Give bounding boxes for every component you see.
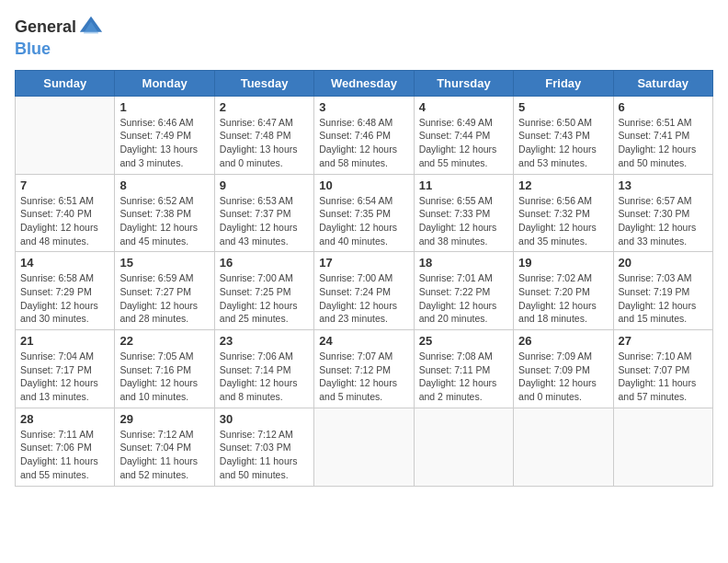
day-number: 20 xyxy=(619,256,708,270)
day-number: 12 xyxy=(518,178,608,192)
logo-blue-text: Blue xyxy=(15,40,51,59)
day-number: 15 xyxy=(119,256,209,270)
day-info: Sunrise: 7:00 AMSunset: 7:24 PMDaylight:… xyxy=(319,271,408,326)
calendar-cell xyxy=(613,408,712,486)
calendar-cell: 12Sunrise: 6:56 AMSunset: 7:32 PMDayligh… xyxy=(514,174,613,252)
day-info: Sunrise: 7:06 AMSunset: 7:14 PMDaylight:… xyxy=(220,350,309,404)
calendar-cell: 19Sunrise: 7:02 AMSunset: 7:20 PMDayligh… xyxy=(514,252,613,330)
day-number: 8 xyxy=(119,178,209,192)
day-info: Sunrise: 6:58 AMSunset: 7:29 PMDaylight:… xyxy=(20,271,109,326)
day-number: 9 xyxy=(220,178,309,192)
calendar-cell: 14Sunrise: 6:58 AMSunset: 7:29 PMDayligh… xyxy=(16,252,115,330)
calendar-cell xyxy=(314,408,414,486)
calendar-cell: 8Sunrise: 6:52 AMSunset: 7:38 PMDaylight… xyxy=(115,174,214,252)
day-info: Sunrise: 7:04 AMSunset: 7:17 PMDaylight:… xyxy=(20,350,109,404)
day-number: 10 xyxy=(319,178,408,192)
weekday-header-thursday: Thursday xyxy=(414,70,513,96)
calendar-cell: 27Sunrise: 7:10 AMSunset: 7:07 PMDayligh… xyxy=(613,330,712,408)
day-number: 5 xyxy=(518,100,608,114)
day-info: Sunrise: 6:57 AMSunset: 7:30 PMDaylight:… xyxy=(619,194,708,248)
calendar-cell xyxy=(16,96,115,174)
day-number: 21 xyxy=(20,334,109,348)
day-info: Sunrise: 6:46 AMSunset: 7:49 PMDaylight:… xyxy=(119,116,209,170)
day-info: Sunrise: 6:50 AMSunset: 7:43 PMDaylight:… xyxy=(518,116,608,170)
day-number: 22 xyxy=(119,334,209,348)
day-info: Sunrise: 7:12 AMSunset: 7:03 PMDaylight:… xyxy=(220,428,309,482)
day-info: Sunrise: 6:49 AMSunset: 7:44 PMDaylight:… xyxy=(419,116,508,170)
day-info: Sunrise: 6:54 AMSunset: 7:35 PMDaylight:… xyxy=(319,194,408,248)
day-info: Sunrise: 6:47 AMSunset: 7:48 PMDaylight:… xyxy=(220,116,309,170)
day-info: Sunrise: 6:53 AMSunset: 7:37 PMDaylight:… xyxy=(220,194,309,248)
calendar-cell: 11Sunrise: 6:55 AMSunset: 7:33 PMDayligh… xyxy=(414,174,513,252)
calendar-cell: 18Sunrise: 7:01 AMSunset: 7:22 PMDayligh… xyxy=(414,252,513,330)
calendar-cell: 17Sunrise: 7:00 AMSunset: 7:24 PMDayligh… xyxy=(314,252,414,330)
day-info: Sunrise: 7:08 AMSunset: 7:11 PMDaylight:… xyxy=(419,350,508,404)
day-info: Sunrise: 7:10 AMSunset: 7:07 PMDaylight:… xyxy=(619,350,708,404)
day-number: 2 xyxy=(220,100,309,114)
calendar-week-1: 1Sunrise: 6:46 AMSunset: 7:49 PMDaylight… xyxy=(16,96,713,174)
calendar-cell: 16Sunrise: 7:00 AMSunset: 7:25 PMDayligh… xyxy=(214,252,313,330)
weekday-header-wednesday: Wednesday xyxy=(314,70,414,96)
calendar-cell: 28Sunrise: 7:11 AMSunset: 7:06 PMDayligh… xyxy=(16,408,115,486)
day-number: 30 xyxy=(220,412,309,426)
calendar-cell: 6Sunrise: 6:51 AMSunset: 7:41 PMDaylight… xyxy=(613,96,712,174)
day-number: 29 xyxy=(119,412,209,426)
day-info: Sunrise: 6:48 AMSunset: 7:46 PMDaylight:… xyxy=(319,116,408,170)
day-info: Sunrise: 6:55 AMSunset: 7:33 PMDaylight:… xyxy=(419,194,508,248)
calendar-cell: 26Sunrise: 7:09 AMSunset: 7:09 PMDayligh… xyxy=(514,330,613,408)
day-info: Sunrise: 7:03 AMSunset: 7:19 PMDaylight:… xyxy=(619,271,708,326)
day-info: Sunrise: 7:12 AMSunset: 7:04 PMDaylight:… xyxy=(119,428,209,482)
day-info: Sunrise: 6:56 AMSunset: 7:32 PMDaylight:… xyxy=(518,194,608,248)
day-info: Sunrise: 7:01 AMSunset: 7:22 PMDaylight:… xyxy=(419,271,508,326)
weekday-header-friday: Friday xyxy=(514,70,613,96)
day-number: 26 xyxy=(518,334,608,348)
day-info: Sunrise: 6:51 AMSunset: 7:41 PMDaylight:… xyxy=(619,116,708,170)
calendar-cell: 7Sunrise: 6:51 AMSunset: 7:40 PMDaylight… xyxy=(16,174,115,252)
day-number: 3 xyxy=(319,100,408,114)
logo-icon xyxy=(78,15,104,40)
calendar-cell: 20Sunrise: 7:03 AMSunset: 7:19 PMDayligh… xyxy=(613,252,712,330)
calendar-cell: 4Sunrise: 6:49 AMSunset: 7:44 PMDaylight… xyxy=(414,96,513,174)
logo-general-text: General xyxy=(15,18,76,37)
weekday-header-row: SundayMondayTuesdayWednesdayThursdayFrid… xyxy=(16,70,713,96)
day-info: Sunrise: 6:59 AMSunset: 7:27 PMDaylight:… xyxy=(119,271,209,326)
day-number: 25 xyxy=(419,334,508,348)
calendar-cell: 29Sunrise: 7:12 AMSunset: 7:04 PMDayligh… xyxy=(115,408,214,486)
day-number: 17 xyxy=(319,256,408,270)
page-header: General Blue xyxy=(15,15,713,59)
calendar-cell: 1Sunrise: 6:46 AMSunset: 7:49 PMDaylight… xyxy=(115,96,214,174)
day-number: 24 xyxy=(319,334,408,348)
calendar-cell: 15Sunrise: 6:59 AMSunset: 7:27 PMDayligh… xyxy=(115,252,214,330)
day-info: Sunrise: 7:00 AMSunset: 7:25 PMDaylight:… xyxy=(220,271,309,326)
calendar-cell: 22Sunrise: 7:05 AMSunset: 7:16 PMDayligh… xyxy=(115,330,214,408)
day-number: 11 xyxy=(419,178,508,192)
calendar-cell: 9Sunrise: 6:53 AMSunset: 7:37 PMDaylight… xyxy=(214,174,313,252)
calendar-week-3: 14Sunrise: 6:58 AMSunset: 7:29 PMDayligh… xyxy=(16,252,713,330)
calendar-cell: 30Sunrise: 7:12 AMSunset: 7:03 PMDayligh… xyxy=(214,408,313,486)
day-number: 14 xyxy=(20,256,109,270)
calendar-cell: 2Sunrise: 6:47 AMSunset: 7:48 PMDaylight… xyxy=(214,96,313,174)
day-info: Sunrise: 7:09 AMSunset: 7:09 PMDaylight:… xyxy=(518,350,608,404)
day-number: 19 xyxy=(518,256,608,270)
day-number: 1 xyxy=(119,100,209,114)
calendar-week-5: 28Sunrise: 7:11 AMSunset: 7:06 PMDayligh… xyxy=(16,408,713,486)
calendar-cell: 25Sunrise: 7:08 AMSunset: 7:11 PMDayligh… xyxy=(414,330,513,408)
day-info: Sunrise: 6:51 AMSunset: 7:40 PMDaylight:… xyxy=(20,194,109,248)
calendar-table: SundayMondayTuesdayWednesdayThursdayFrid… xyxy=(15,70,713,487)
weekday-header-monday: Monday xyxy=(115,70,214,96)
day-number: 28 xyxy=(20,412,109,426)
calendar-cell: 3Sunrise: 6:48 AMSunset: 7:46 PMDaylight… xyxy=(314,96,414,174)
calendar-week-2: 7Sunrise: 6:51 AMSunset: 7:40 PMDaylight… xyxy=(16,174,713,252)
day-info: Sunrise: 7:05 AMSunset: 7:16 PMDaylight:… xyxy=(119,350,209,404)
calendar-cell: 13Sunrise: 6:57 AMSunset: 7:30 PMDayligh… xyxy=(613,174,712,252)
calendar-cell: 21Sunrise: 7:04 AMSunset: 7:17 PMDayligh… xyxy=(16,330,115,408)
weekday-header-saturday: Saturday xyxy=(613,70,712,96)
day-info: Sunrise: 7:11 AMSunset: 7:06 PMDaylight:… xyxy=(20,428,109,482)
calendar-cell xyxy=(414,408,513,486)
calendar-cell: 24Sunrise: 7:07 AMSunset: 7:12 PMDayligh… xyxy=(314,330,414,408)
day-number: 4 xyxy=(419,100,508,114)
calendar-week-4: 21Sunrise: 7:04 AMSunset: 7:17 PMDayligh… xyxy=(16,330,713,408)
calendar-cell xyxy=(514,408,613,486)
day-number: 27 xyxy=(619,334,708,348)
day-number: 13 xyxy=(619,178,708,192)
